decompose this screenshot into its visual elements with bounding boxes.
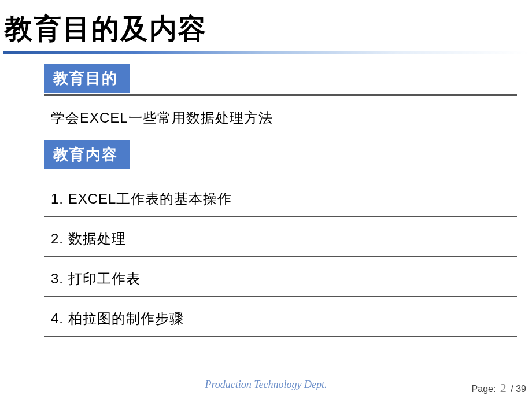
- divider: [44, 336, 517, 337]
- list-item: 2. 数据处理: [44, 217, 520, 256]
- slide-content: 教育目的 学会EXCEL一些常用数据处理方法 教育内容 1. EXCEL工作表的…: [0, 54, 532, 337]
- page-current: 2: [498, 380, 508, 395]
- page-indicator: Page: 2 / 39: [472, 380, 526, 396]
- page-total: 39: [516, 384, 526, 394]
- content-list: 1. EXCEL工作表的基本操作 2. 数据处理 3. 打印工作表 4. 柏拉图…: [44, 177, 520, 337]
- list-item: 1. EXCEL工作表的基本操作: [44, 177, 520, 216]
- purpose-text: 学会EXCEL一些常用数据处理方法: [44, 96, 520, 140]
- page-sep: /: [508, 384, 516, 394]
- list-item: 3. 打印工作表: [44, 257, 520, 296]
- divider: [44, 171, 517, 172]
- slide-title: 教育目的及内容: [0, 0, 532, 47]
- department-footer: Production Technology Dept.: [0, 379, 532, 391]
- page-label: Page:: [472, 384, 496, 394]
- content-label: 教育内容: [44, 140, 130, 169]
- list-item: 4. 柏拉图的制作步骤: [44, 297, 520, 336]
- purpose-label: 教育目的: [44, 64, 130, 93]
